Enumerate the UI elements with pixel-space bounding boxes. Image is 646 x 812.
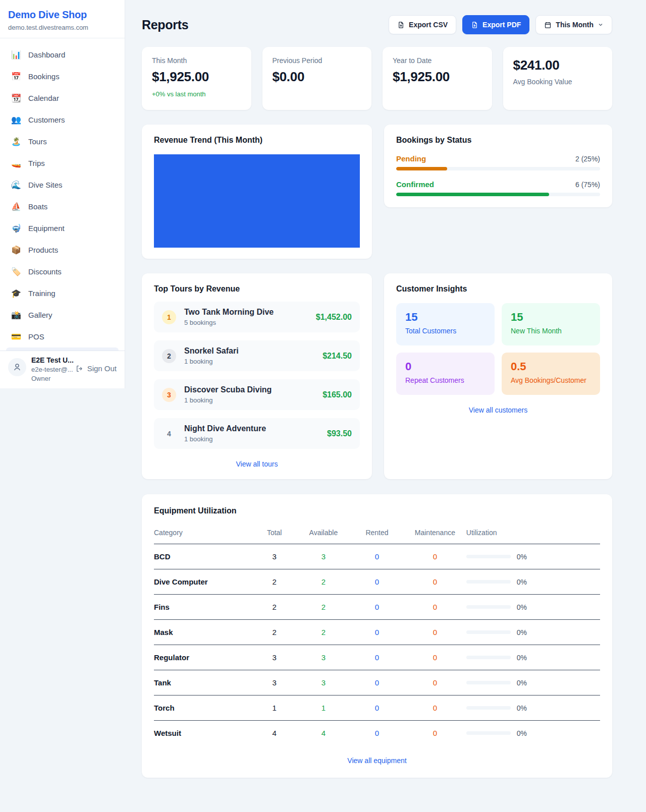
sidebar-item-gallery[interactable]: 📸 Gallery bbox=[6, 304, 119, 326]
sidebar-item-bookings[interactable]: 📅 Bookings bbox=[6, 66, 119, 87]
equipment-maintenance: 0 bbox=[404, 670, 466, 695]
brand-name: Demo Dive Shop bbox=[8, 9, 117, 21]
equipment-table-header: Category Total Available Rented Maintena… bbox=[154, 523, 600, 544]
stat-label: Year to Date bbox=[393, 56, 482, 65]
utilization-label: 0% bbox=[517, 654, 527, 662]
status-row-pending: Pending 2 (25%) bbox=[396, 154, 600, 170]
equipment-rented: 0 bbox=[350, 544, 404, 569]
sidebar-item-dive-sites[interactable]: 🌊 Dive Sites bbox=[6, 174, 119, 196]
stat-value: $1,925.00 bbox=[152, 69, 241, 85]
tour-bookings: 1 booking bbox=[184, 396, 272, 404]
file-download-icon bbox=[471, 21, 478, 29]
export-pdf-button[interactable]: Export PDF bbox=[462, 15, 529, 34]
sidebar-item-label: Tours bbox=[28, 137, 47, 146]
brand-domain: demo.test.divestreams.com bbox=[8, 24, 117, 31]
tile-label: New This Month bbox=[511, 327, 591, 335]
sidebar-item-label: Dive Sites bbox=[28, 181, 63, 189]
view-all-tours-link[interactable]: View all tours bbox=[154, 460, 360, 468]
status-bar-fill bbox=[396, 193, 549, 196]
sign-out-label: Sign Out bbox=[87, 364, 117, 373]
sidebar-item-calendar[interactable]: 📆 Calendar bbox=[6, 87, 119, 109]
equipment-category: Torch bbox=[154, 695, 252, 721]
equipment-table: Category Total Available Rented Maintena… bbox=[154, 523, 600, 745]
top-tours-card: Top Tours by Revenue 1 Two Tank Morning … bbox=[142, 273, 372, 479]
stat-value: $0.00 bbox=[273, 69, 362, 85]
package-icon: 📦 bbox=[11, 245, 21, 255]
tour-bookings: 5 bookings bbox=[184, 319, 274, 326]
equipment-category: Fins bbox=[154, 595, 252, 620]
equipment-category: Regulator bbox=[154, 645, 252, 670]
table-row: Tank 3 3 0 0 0% bbox=[154, 670, 600, 695]
tile-label: Avg Bookings/Customer bbox=[511, 376, 591, 384]
equipment-available: 2 bbox=[297, 620, 350, 645]
equipment-total: 2 bbox=[252, 569, 296, 595]
period-dropdown[interactable]: This Month bbox=[535, 15, 612, 34]
utilization-cell: 0% bbox=[466, 654, 600, 662]
wave-icon: 🌊 bbox=[11, 180, 21, 190]
equipment-total: 4 bbox=[252, 721, 296, 746]
sidebar-item-label: Bookings bbox=[28, 72, 60, 81]
view-all-equipment-link[interactable]: View all equipment bbox=[154, 757, 600, 765]
utilization-bar bbox=[466, 605, 511, 609]
table-row: Torch 1 1 0 0 0% bbox=[154, 695, 600, 721]
brand-block: Demo Dive Shop demo.test.divestreams.com bbox=[0, 0, 125, 38]
equipment-available: 2 bbox=[297, 569, 350, 595]
sidebar-item-equipment[interactable]: 🤿 Equipment bbox=[6, 217, 119, 239]
camera-icon: 📸 bbox=[11, 310, 21, 320]
avatar bbox=[8, 358, 26, 376]
tour-row: 2 Snorkel Safari 1 booking $214.50 bbox=[154, 340, 360, 371]
equipment-category: Tank bbox=[154, 670, 252, 695]
stat-card-previous-period: Previous Period $0.00 bbox=[262, 47, 372, 110]
person-icon bbox=[13, 363, 22, 372]
equipment-total: 2 bbox=[252, 595, 296, 620]
sidebar-item-customers[interactable]: 👥 Customers bbox=[6, 109, 119, 131]
sidebar-item-tours[interactable]: 🏝️ Tours bbox=[6, 131, 119, 152]
sign-out-button[interactable]: Sign Out bbox=[76, 364, 117, 373]
status-count: 6 (75%) bbox=[575, 181, 600, 189]
utilization-cell: 0% bbox=[466, 704, 600, 712]
equipment-category: Mask bbox=[154, 620, 252, 645]
equipment-available: 1 bbox=[297, 695, 350, 721]
bookings-by-status-title: Bookings by Status bbox=[396, 136, 600, 145]
equipment-rented: 0 bbox=[350, 670, 404, 695]
status-label: Pending bbox=[396, 154, 426, 163]
utilization-label: 0% bbox=[517, 553, 527, 561]
equipment-total: 3 bbox=[252, 544, 296, 569]
table-row: Fins 2 2 0 0 0% bbox=[154, 595, 600, 620]
sidebar-item-pos[interactable]: 💳 POS bbox=[6, 326, 119, 347]
status-bar-track bbox=[396, 193, 600, 196]
period-label: This Month bbox=[556, 21, 594, 29]
equipment-category: BCD bbox=[154, 544, 252, 569]
page-header: Reports Export CSV Export PDF This Month bbox=[142, 15, 612, 34]
sidebar-item-label: POS bbox=[28, 332, 44, 341]
rank-badge: 2 bbox=[162, 349, 176, 363]
equipment-maintenance: 0 bbox=[404, 645, 466, 670]
sidebar-item-training[interactable]: 🎓 Training bbox=[6, 282, 119, 304]
utilization-cell: 0% bbox=[466, 553, 600, 561]
table-row: Regulator 3 3 0 0 0% bbox=[154, 645, 600, 670]
col-header-utilization: Utilization bbox=[466, 523, 600, 544]
stat-value: $241.00 bbox=[513, 57, 603, 73]
sidebar-item-boats[interactable]: ⛵ Boats bbox=[6, 196, 119, 217]
sidebar-item-products[interactable]: 📦 Products bbox=[6, 239, 119, 261]
tour-name: Two Tank Morning Dive bbox=[184, 308, 274, 317]
view-all-customers-link[interactable]: View all customers bbox=[396, 406, 600, 414]
export-csv-button[interactable]: Export CSV bbox=[389, 15, 456, 34]
sidebar-item-dashboard[interactable]: 📊 Dashboard bbox=[6, 44, 119, 66]
equipment-rented: 0 bbox=[350, 695, 404, 721]
tour-revenue: $165.00 bbox=[322, 390, 352, 399]
stat-label: Previous Period bbox=[273, 56, 362, 65]
equipment-maintenance: 0 bbox=[404, 569, 466, 595]
status-count: 2 (25%) bbox=[575, 155, 600, 163]
page-title: Reports bbox=[142, 18, 188, 32]
sidebar-item-discounts[interactable]: 🏷️ Discounts bbox=[6, 261, 119, 282]
tile-avg-bookings-customer: 0.5 Avg Bookings/Customer bbox=[502, 353, 600, 395]
tile-label: Total Customers bbox=[405, 327, 486, 335]
tour-name: Discover Scuba Diving bbox=[184, 385, 272, 394]
tour-name: Night Dive Adventure bbox=[184, 424, 266, 433]
insights-row: Top Tours by Revenue 1 Two Tank Morning … bbox=[142, 273, 612, 479]
equipment-available: 3 bbox=[297, 645, 350, 670]
revenue-trend-title: Revenue Trend (This Month) bbox=[154, 136, 360, 145]
sidebar-item-trips[interactable]: 🚤 Trips bbox=[6, 152, 119, 174]
user-meta: E2E Test U... e2e-tester@... Owner bbox=[31, 356, 71, 382]
